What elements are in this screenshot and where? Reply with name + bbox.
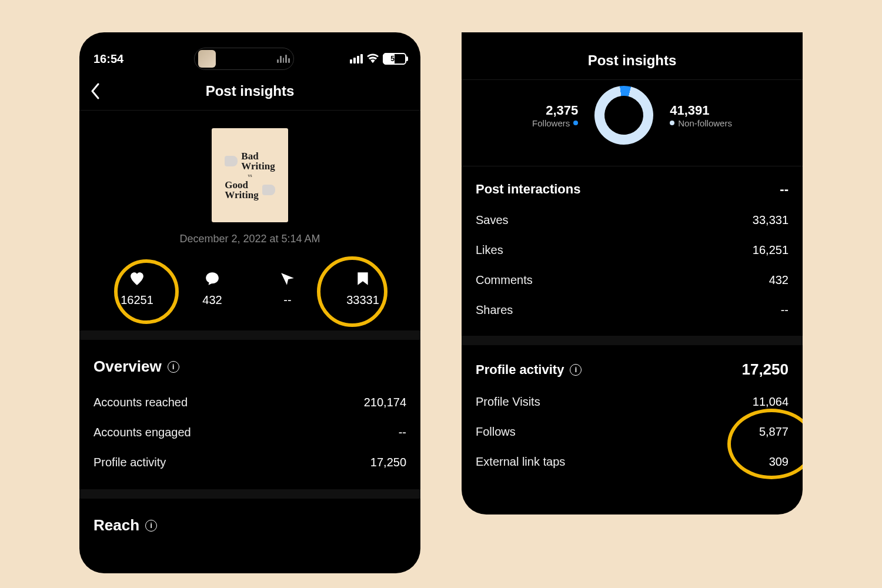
phone-right: Post insights 2,375 Followers 41,391 Non… [462,32,803,514]
donut-nonfollowers: 41,391 Non-followers [670,103,732,128]
row-label: Follows [476,425,516,439]
profile-activity-total: 17,250 [741,360,789,379]
comments-value: 432 [175,293,250,307]
followers-label: Followers [532,118,570,128]
row-label: Shares [476,303,513,317]
interactions-total: -- [780,182,789,197]
phone-left: 16:54 50 Post insights [79,32,420,573]
thumb-text-bad: Bad [241,151,275,161]
row-label: Likes [476,243,503,257]
overview-value: -- [399,426,406,439]
nonfollowers-count: 41,391 [670,103,732,118]
bookmark-icon [325,271,400,286]
interactions-header: Post interactions -- [476,166,789,205]
row-value: -- [781,303,789,317]
row-label: External link taps [476,455,565,469]
thumbs-up-icon [262,185,275,195]
stat-shares[interactable]: -- [250,271,325,307]
interactions-title: Post interactions [476,182,580,197]
audio-bars-icon [277,55,290,63]
divider [79,330,420,340]
nav-bar: Post insights [79,77,420,111]
likes-value: 16251 [99,293,175,307]
row-value: 11,064 [753,395,789,409]
interaction-row-comments[interactable]: Comments 432 [476,265,789,295]
row-label: Comments [476,273,533,287]
reach-header: Reach i [93,499,406,546]
nonfollowers-label: Non-followers [678,118,732,128]
status-bar: 16:54 50 [79,43,420,77]
stat-likes[interactable]: 16251 [99,271,175,307]
thumb-text-writing1: Writing [241,161,275,171]
profile-row-linktaps[interactable]: External link taps 309 [476,447,789,477]
saves-value: 33331 [325,293,400,307]
info-icon[interactable]: i [168,361,179,373]
thumb-text-writing2: Writing [225,190,258,200]
page-title: Post insights [462,50,803,79]
interaction-row-shares[interactable]: Shares -- [476,295,789,325]
row-value: 309 [769,455,789,469]
donut-followers: 2,375 Followers [532,103,578,128]
interaction-row-likes[interactable]: Likes 16,251 [476,235,789,265]
overview-row-profile[interactable]: Profile activity 17,250 [93,447,406,477]
now-playing-thumb [198,50,216,68]
comment-icon [175,271,250,286]
profile-activity-title: Profile activity [476,362,564,377]
reach-title: Reach [93,516,139,534]
legend-dot-followers [573,121,578,125]
overview-header: Overview i [93,340,406,387]
row-label: Saves [476,213,509,227]
engagement-stats: 16251 432 -- 33331 [93,253,406,330]
thumb-text-vs: vs [248,173,252,178]
interaction-row-saves[interactable]: Saves 33,331 [476,205,789,235]
post-thumbnail[interactable]: Bad Writing vs Good Writing [212,128,288,222]
overview-label: Profile activity [93,456,166,469]
legend-dot-nonfollowers [670,121,674,125]
back-button[interactable] [90,83,99,99]
overview-value: 210,174 [364,396,406,409]
status-indicators: 50 [324,53,406,65]
wifi-icon [366,54,379,64]
profile-activity-header: Profile activity i 17,250 [476,345,789,387]
post-preview: Bad Writing vs Good Writing December 2, … [93,111,406,253]
row-label: Profile Visits [476,395,540,409]
dynamic-island[interactable] [194,48,294,70]
overview-title: Overview [93,358,162,376]
profile-row-follows[interactable]: Follows 5,877 [476,417,789,447]
overview-value: 17,250 [370,456,406,469]
thumbs-down-icon [225,156,238,166]
status-time: 16:54 [93,52,164,66]
profile-row-visits[interactable]: Profile Visits 11,064 [476,387,789,417]
battery-icon: 50 [383,53,406,65]
info-icon[interactable]: i [145,520,157,532]
stat-comments[interactable]: 432 [175,271,250,307]
battery-percent: 50 [390,55,398,63]
share-icon [250,271,325,286]
row-value: 5,877 [759,425,789,439]
row-value: 33,331 [753,213,789,227]
shares-value: -- [250,293,325,307]
overview-row-engaged[interactable]: Accounts engaged -- [93,417,406,447]
followers-count: 2,375 [532,103,578,118]
overview-label: Accounts reached [93,396,188,409]
cell-signal-icon [350,54,363,64]
divider [462,336,803,345]
heart-icon [99,271,175,286]
page-title: Post insights [206,83,295,99]
donut-chart [591,82,657,149]
overview-label: Accounts engaged [93,426,191,439]
row-value: 432 [769,273,789,287]
stat-saves[interactable]: 33331 [325,271,400,307]
row-value: 16,251 [753,243,789,257]
divider [79,489,420,499]
audience-donut: 2,375 Followers 41,391 Non-followers [476,80,789,166]
overview-row-reached[interactable]: Accounts reached 210,174 [93,387,406,417]
thumb-text-good: Good [225,180,258,190]
post-date: December 2, 2022 at 5:14 AM [93,233,406,245]
info-icon[interactable]: i [570,364,582,376]
